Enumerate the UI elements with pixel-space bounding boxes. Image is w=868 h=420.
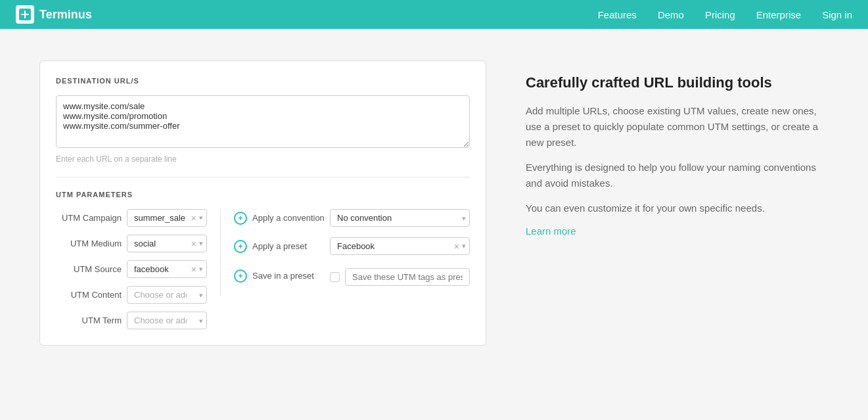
apply-preset-icon: +	[234, 240, 247, 253]
utm-term-label: UTM Term	[56, 315, 122, 325]
chevron-term-icon: ▾	[199, 317, 203, 324]
nav-signin[interactable]: Sign in	[822, 9, 852, 20]
apply-preset-row: + Apply a preset Facebook × ▾	[234, 237, 470, 255]
apply-convention-icon: +	[234, 212, 247, 225]
chevron-preset-icon: ▾	[462, 243, 466, 250]
utm-term-row: UTM Term Choose or add a term ▾	[56, 312, 207, 329]
sidebar-heading: Carefully crafted URL building tools	[526, 74, 829, 93]
save-preset-label: Save in a preset	[252, 271, 325, 281]
utm-content-select[interactable]: Choose or add a content	[127, 286, 207, 304]
apply-convention-wrap: No convention ▾	[330, 209, 470, 227]
clear-preset-icon[interactable]: ×	[454, 242, 459, 251]
apply-convention-label: Apply a convention	[252, 213, 325, 223]
utm-medium-label: UTM Medium	[56, 239, 122, 248]
logo-icon	[16, 5, 34, 24]
utm-grid: UTM Campaign summer_sale × ▾	[56, 209, 470, 329]
chevron-content-icon: ▾	[199, 291, 203, 298]
save-preset-wrap	[330, 268, 470, 286]
save-preset-row: + Save in a preset	[234, 266, 470, 286]
utm-right: + Apply a convention No convention ▾	[220, 209, 470, 296]
utm-content-wrap: Choose or add a content ▾	[127, 286, 207, 304]
nav-enterprise[interactable]: Enterprise	[756, 9, 801, 20]
utm-section-label: UTM PARAMETERS	[56, 191, 470, 198]
utm-left: UTM Campaign summer_sale × ▾	[56, 209, 207, 329]
chevron-convention-icon: ▾	[462, 214, 466, 222]
save-preset-input[interactable]	[345, 268, 470, 286]
sidebar-para-2: Everything is designed to help you follo…	[526, 160, 829, 191]
utm-campaign-wrap: summer_sale × ▾	[127, 209, 207, 227]
sidebar-para-3: You can even customize it for your own s…	[526, 200, 829, 216]
utm-source-label: UTM Source	[56, 264, 122, 274]
nav-features[interactable]: Features	[598, 9, 637, 20]
utm-content-label: UTM Content	[56, 290, 122, 300]
utm-source-row: UTM Source facebook × ▾	[56, 260, 207, 278]
utm-medium-wrap: social × ▾	[127, 235, 207, 252]
form-card: DESTINATION URL/S www.mysite.com/sale ww…	[39, 60, 486, 346]
clear-campaign-icon[interactable]: ×	[191, 214, 196, 223]
utm-campaign-label: UTM Campaign	[56, 213, 122, 223]
utm-source-wrap: facebook × ▾	[127, 260, 207, 278]
nav-pricing[interactable]: Pricing	[705, 9, 735, 20]
brand-name: Terminus	[39, 8, 92, 22]
main-content: DESTINATION URL/S www.mysite.com/sale ww…	[0, 29, 868, 372]
apply-convention-row: + Apply a convention No convention ▾	[234, 209, 470, 227]
chevron-source-icon: ▾	[199, 266, 203, 273]
destination-label: DESTINATION URL/S	[56, 77, 470, 85]
clear-source-icon[interactable]: ×	[191, 265, 196, 274]
utm-content-row: UTM Content Choose or add a content ▾	[56, 286, 207, 304]
apply-preset-label: Apply a preset	[252, 241, 325, 251]
apply-preset-wrap: Facebook × ▾	[330, 237, 470, 255]
nav-links: Features Demo Pricing Enterprise Sign in	[598, 9, 852, 20]
navbar: Terminus Features Demo Pricing Enterpris…	[0, 0, 868, 29]
url-hint: Enter each URL on a separate line	[56, 154, 470, 164]
left-panel: DESTINATION URL/S www.mysite.com/sale ww…	[39, 60, 486, 346]
sidebar-para-1: Add multiple URLs, choose existing UTM v…	[526, 103, 829, 151]
chevron-medium-icon: ▾	[199, 240, 203, 247]
chevron-campaign-icon: ▾	[199, 214, 203, 222]
brand: Terminus	[16, 5, 92, 24]
clear-medium-icon[interactable]: ×	[191, 239, 196, 248]
save-preset-icon: +	[234, 269, 247, 283]
right-panel: Carefully crafted URL building tools Add…	[526, 60, 829, 346]
nav-demo[interactable]: Demo	[658, 9, 684, 20]
save-preset-checkbox[interactable]	[330, 272, 340, 282]
utm-term-wrap: Choose or add a term ▾	[127, 312, 207, 329]
apply-preset-select[interactable]: Facebook	[330, 237, 470, 255]
learn-more-link[interactable]: Learn more	[526, 225, 576, 237]
utm-medium-row: UTM Medium social × ▾	[56, 235, 207, 252]
utm-campaign-row: UTM Campaign summer_sale × ▾	[56, 209, 207, 227]
url-textarea[interactable]: www.mysite.com/sale www.mysite.com/promo…	[56, 95, 470, 148]
apply-convention-select[interactable]: No convention	[330, 209, 470, 227]
utm-term-select[interactable]: Choose or add a term	[127, 312, 207, 329]
